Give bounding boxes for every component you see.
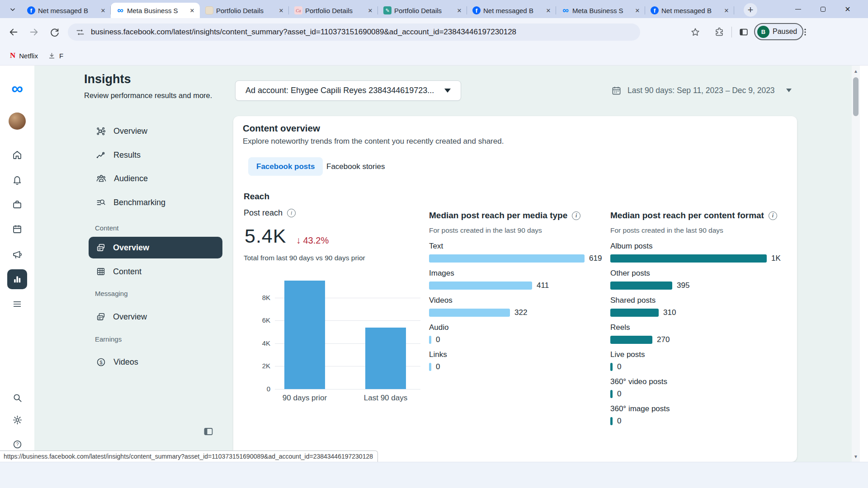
nav-item-earnings-videos[interactable]: $ Videos (89, 352, 224, 372)
bar-row-360°-video-posts: 360° video posts0 (610, 377, 800, 404)
post-reach-caption: Total from last 90 days vs 90 days prior (244, 254, 365, 262)
browser-tab[interactable]: ∞Meta Business S✕ (556, 3, 645, 18)
tab-search-chevron-icon[interactable] (6, 4, 19, 15)
page-scrollbar[interactable]: ▲ ▼ (852, 66, 860, 462)
card-title: Content overview (243, 123, 320, 134)
browser-tab[interactable]: fNet messaged B✕ (467, 3, 556, 18)
bar (429, 336, 431, 344)
home-icon[interactable] (7, 145, 27, 165)
tab-close-icon[interactable]: ✕ (722, 6, 731, 14)
profile-avatar: B (757, 26, 769, 38)
bar (429, 282, 532, 290)
page-content: ∞ (0, 66, 868, 462)
bar-row-album-posts: Album posts1K (610, 242, 800, 269)
browser-tab[interactable]: CaPortfolio Details✕ (289, 3, 378, 18)
reload-button[interactable] (47, 24, 62, 40)
tab-title: Portfolio Details (216, 7, 274, 14)
browser-tab[interactable]: fNet messaged B✕ (22, 3, 111, 18)
bookmark-f[interactable]: F (48, 52, 63, 60)
bar-category-label: 360° image posts (610, 404, 800, 413)
post-reach-value: 5.4K (245, 225, 286, 247)
down-arrow-icon: ↓ (296, 235, 301, 246)
page-title: Insights (84, 72, 131, 86)
netflix-icon: N (10, 51, 15, 60)
bar-row-reels: Reels270 (610, 323, 800, 350)
window-minimize-button[interactable] (788, 0, 808, 18)
search-icon[interactable] (7, 388, 27, 408)
business-tools-icon[interactable] (7, 195, 27, 215)
nav-item-benchmarking[interactable]: Benchmarking (89, 192, 224, 212)
nav-section-content: Content (95, 224, 119, 232)
insights-icon-selected[interactable] (7, 269, 27, 289)
extensions-icon[interactable] (712, 24, 727, 40)
site-settings-icon (76, 28, 85, 37)
tab-title: Meta Business S (127, 7, 185, 14)
tab-title: Portfolio Details (305, 7, 363, 14)
browser-menu-icon[interactable] (797, 24, 813, 40)
doc-pink-favicon: Ca (294, 6, 302, 14)
browser-tab[interactable]: ∞Meta Business S✕ (111, 3, 200, 18)
nav-item-results[interactable]: Results (89, 145, 224, 165)
browser-profile-chip[interactable]: B Paused (754, 23, 803, 40)
bookmark-star-icon[interactable] (688, 24, 703, 40)
bar-row-text: Text619 (429, 242, 619, 269)
window-close-button[interactable]: ✕ (837, 0, 858, 18)
settings-gear-icon[interactable] (7, 410, 27, 430)
side-panel-icon[interactable] (736, 24, 751, 40)
planner-calendar-icon[interactable] (7, 219, 27, 239)
facebook-favicon: f (651, 6, 659, 14)
nav-item-messaging-overview[interactable]: Overview (89, 307, 224, 327)
bookmark-netflix[interactable]: N Netflix (10, 51, 38, 60)
browser-tab[interactable]: ✎Portfolio Details✕ (378, 3, 467, 18)
bar-category-label: Images (429, 269, 619, 278)
meta-logo[interactable]: ∞ (7, 79, 27, 99)
browser-tab[interactable]: Portfolio Details✕ (200, 3, 289, 18)
nav-item-content-overview-selected[interactable]: Overview (89, 237, 222, 258)
info-icon[interactable]: i (572, 211, 580, 220)
bar-value: 411 (537, 281, 549, 290)
tab-close-icon[interactable]: ✕ (633, 6, 642, 14)
tab-close-icon[interactable]: ✕ (188, 6, 196, 14)
bar-value: 0 (617, 389, 621, 399)
tab-facebook-stories[interactable]: Facebook stories (326, 157, 385, 176)
tab-title: Net messaged B (38, 7, 96, 14)
new-tab-button[interactable]: + (744, 3, 757, 17)
forward-button[interactable] (26, 24, 42, 40)
info-icon[interactable]: i (287, 209, 296, 217)
url-bar[interactable]: business.facebook.com/latest/insights/co… (68, 23, 640, 41)
notifications-bell-icon[interactable] (7, 170, 27, 190)
tab-close-icon[interactable]: ✕ (544, 6, 552, 14)
scroll-down-icon[interactable]: ▼ (852, 452, 860, 461)
nav-item-audience[interactable]: Audience (89, 169, 224, 188)
ad-account-selector[interactable]: Ad account: Ehygee Capili Reyes 23843446… (235, 80, 461, 101)
bar-value: 0 (436, 362, 440, 371)
content-format-heading: Median post reach per content format i (610, 211, 777, 221)
chevron-down-icon (444, 89, 451, 93)
date-range-selector[interactable]: Last 90 days: Sep 11, 2023 – Dec 9, 2023 (611, 83, 792, 98)
ads-megaphone-icon[interactable] (7, 244, 27, 264)
back-button[interactable] (6, 24, 21, 40)
account-avatar[interactable] (9, 113, 26, 130)
nav-item-overview[interactable]: Overview (89, 121, 224, 141)
svg-text:$: $ (99, 359, 102, 365)
tab-close-icon[interactable]: ✕ (99, 6, 107, 14)
x-axis-category-label: Last 90 days (345, 394, 426, 403)
bar-category-label: Live posts (610, 350, 800, 359)
window-maximize-button[interactable] (812, 0, 833, 18)
media-type-bar-list: Text619Images411Videos322Audio0Links0 (429, 242, 619, 377)
download-icon (48, 52, 56, 60)
nav-item-content-content[interactable]: Content (89, 262, 224, 282)
dollar-circle-icon: $ (96, 357, 106, 367)
bar-category-label: 360° video posts (610, 377, 800, 386)
scrollbar-thumb[interactable] (853, 77, 859, 116)
scroll-up-icon[interactable]: ▲ (852, 66, 860, 75)
facebook-favicon: f (27, 6, 35, 14)
collapse-panel-icon[interactable] (203, 426, 214, 437)
all-tools-menu-icon[interactable] (7, 294, 27, 314)
tab-close-icon[interactable]: ✕ (366, 6, 374, 14)
tab-close-icon[interactable]: ✕ (455, 6, 463, 14)
tab-facebook-posts[interactable]: Facebook posts (248, 157, 323, 176)
info-icon[interactable]: i (769, 211, 777, 220)
tab-close-icon[interactable]: ✕ (277, 6, 285, 14)
browser-tab[interactable]: fNet messaged B✕ (645, 3, 734, 18)
